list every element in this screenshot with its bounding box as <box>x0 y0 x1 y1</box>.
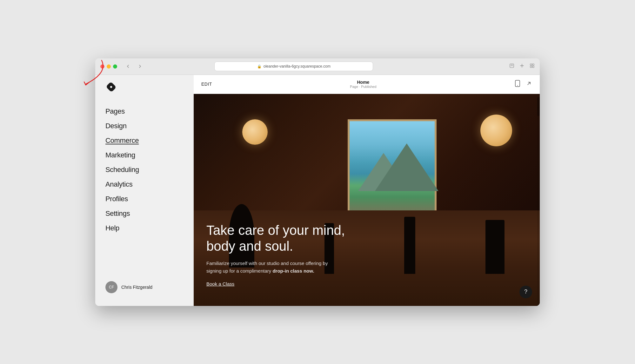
page-info: Home Page · Published <box>350 80 376 89</box>
svg-rect-3 <box>530 66 532 68</box>
user-name: Chris Fitzgerald <box>121 285 152 290</box>
sidebar-item-help[interactable]: Help <box>105 221 184 235</box>
traffic-lights <box>100 64 117 69</box>
page-status: Page · Published <box>350 85 376 89</box>
address-bar[interactable]: 🔒 oleander-vanilla-6gcy.squarespace.com <box>214 62 373 71</box>
sidebar-item-analytics[interactable]: Analytics <box>105 177 184 192</box>
browser-chrome: 🔒 oleander-vanilla-6gcy.squarespace.com <box>95 58 540 75</box>
app-container: Pages Design Commerce Marketing Scheduli… <box>95 75 540 306</box>
content-overlay: Take care of your mind, body and soul. F… <box>206 222 527 287</box>
scrollbar[interactable] <box>537 94 540 306</box>
scene-background: Take care of your mind, body and soul. F… <box>194 94 540 306</box>
preview-image: Take care of your mind, body and soul. F… <box>194 94 540 306</box>
sidebar-item-marketing[interactable]: Marketing <box>105 148 184 162</box>
minimize-button[interactable] <box>107 64 111 69</box>
browser-controls <box>124 63 144 69</box>
back-button[interactable] <box>124 63 132 69</box>
maximize-button[interactable] <box>113 64 117 69</box>
svg-point-6 <box>517 85 518 86</box>
hero-headline: Take care of your mind, body and soul. <box>206 222 349 255</box>
sidebar-logo[interactable] <box>95 81 194 104</box>
mobile-preview-icon[interactable] <box>514 80 521 88</box>
sidebar-item-pages[interactable]: Pages <box>105 104 184 119</box>
browser-actions <box>509 63 535 69</box>
url-text: oleander-vanilla-6gcy.squarespace.com <box>264 64 331 69</box>
svg-rect-2 <box>532 64 534 65</box>
top-bar-actions <box>514 80 532 88</box>
help-button[interactable]: ? <box>519 286 532 298</box>
hero-subtext: Familiarize yourself with our studio and… <box>206 260 333 275</box>
security-icon: 🔒 <box>257 64 262 69</box>
page-title: Home <box>350 80 376 85</box>
sidebar-item-design[interactable]: Design <box>105 119 184 133</box>
share-icon[interactable] <box>509 63 514 69</box>
scrollbar-thumb[interactable] <box>537 97 540 116</box>
external-link-icon[interactable] <box>526 80 532 88</box>
sidebar-item-profiles[interactable]: Profiles <box>105 192 184 206</box>
hero-subtext-bold: drop-in class now. <box>272 268 314 274</box>
preview-area: Take care of your mind, body and soul. F… <box>194 94 540 306</box>
tabs-icon[interactable] <box>530 63 535 69</box>
sidebar-footer: CF Chris Fitzgerald <box>95 275 194 300</box>
top-bar: EDIT Home Page · Published <box>194 75 540 94</box>
sidebar: Pages Design Commerce Marketing Scheduli… <box>95 75 194 306</box>
squarespace-logo-icon <box>105 81 117 93</box>
forward-button[interactable] <box>136 63 144 69</box>
sidebar-item-commerce[interactable]: Commerce <box>105 133 184 148</box>
book-class-link[interactable]: Book a Class <box>206 281 234 287</box>
browser-window: 🔒 oleander-vanilla-6gcy.squarespace.com <box>95 58 540 306</box>
close-button[interactable] <box>100 64 104 69</box>
add-tab-icon[interactable] <box>519 63 525 69</box>
sidebar-nav: Pages Design Commerce Marketing Scheduli… <box>95 104 194 275</box>
svg-rect-4 <box>532 66 534 68</box>
globe-light-right <box>480 115 512 146</box>
globe-light-left <box>242 119 268 145</box>
main-content: EDIT Home Page · Published <box>194 75 540 306</box>
svg-rect-1 <box>530 64 532 65</box>
avatar[interactable]: CF <box>105 281 117 293</box>
edit-button[interactable]: EDIT <box>201 82 212 87</box>
sidebar-item-settings[interactable]: Settings <box>105 206 184 221</box>
sidebar-item-scheduling[interactable]: Scheduling <box>105 162 184 177</box>
